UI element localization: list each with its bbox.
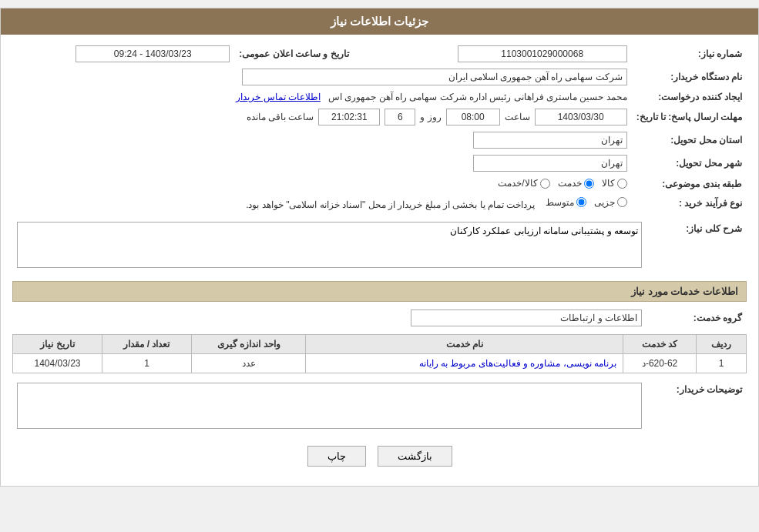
tabaqe-label: طبقه بندی موضوعی: — [632, 175, 747, 194]
tabaqe-value: کالا خدمت کالا/خدمت — [12, 175, 632, 194]
page-wrapper: جزئیات اطلاعات نیاز شماره نیاز: 11030010… — [0, 8, 759, 487]
page-header: جزئیات اطلاعات نیاز — [1, 8, 758, 35]
tabaqe-khedmat-item: خدمت — [558, 178, 594, 189]
nooe-jozi-radio[interactable] — [617, 197, 627, 207]
tarikho-saaat-label: تاریخ و ساعت اعلان عمومی: — [234, 42, 373, 65]
services-table: ردیف کد خدمت نام خدمت واحد اندازه گیری ت… — [12, 334, 747, 373]
info-grid: شماره نیاز: 1103001029000068 تاریخ و ساع… — [12, 42, 747, 212]
col-tedad: تعداد / مقدار — [102, 335, 192, 354]
header-title: جزئیات اطلاعات نیاز — [331, 15, 428, 28]
nooe-motavasset-item: متوسط — [546, 197, 586, 208]
shahr-label: شهر محل تحویل: — [632, 152, 747, 175]
nooe-farayand-value: جزیی متوسط پرداخت تمام یا بخشی از مبلغ خ… — [12, 194, 632, 213]
shomara-niaz-label: شماره نیاز: — [632, 42, 747, 65]
table-row: 1 620-62-د برنامه نویسی، مشاوره و فعالیت… — [13, 354, 747, 373]
nam-dastgah-value: شرکت سهامی راه آهن جمهوری اسلامی ایران — [12, 65, 632, 89]
tabaqe-kala-khedmat-radio[interactable] — [540, 179, 550, 189]
tabaqe-radio-group: کالا خدمت کالا/خدمت — [498, 178, 626, 189]
sharh-value-cell: (function(){ var ta = document.querySele… — [12, 219, 646, 273]
tozihat-section: توضیحات خریدار: — [12, 380, 747, 434]
nooe-farayand-note: پرداخت تمام یا بخشی از مبلغ خریدار از مح… — [246, 199, 535, 209]
ijad-konande-link[interactable]: اطلاعات تماس خریدار — [236, 92, 321, 102]
ostan-display: تهران — [473, 132, 627, 149]
col-vahed: واحد اندازه گیری — [191, 335, 306, 354]
tozihat-textarea[interactable] — [17, 383, 642, 429]
tozihat-value-cell — [12, 380, 646, 434]
col-nam: نام خدمت — [306, 335, 623, 354]
col-tarikh: تاریخ نیاز — [13, 335, 102, 354]
tarikho-saaat-display: 1403/03/23 - 09:24 — [76, 45, 230, 62]
group-value: اطلاعات و ارتباطات — [12, 306, 646, 330]
ostan-value: تهران — [12, 129, 632, 152]
nooe-farayand-radio-group: جزیی متوسط — [546, 197, 627, 208]
col-kod: کد خدمت — [623, 335, 696, 354]
print-button[interactable]: چاپ — [307, 446, 366, 467]
mohlat-row: 1403/03/30 ساعت 08:00 روز و 6 21:02:31 س… — [17, 109, 627, 125]
mohlat-ersal-label: مهلت ارسال پاسخ: تا تاریخ: — [632, 105, 747, 129]
tabaqe-kala-khedmat-item: کالا/خدمت — [498, 178, 549, 189]
tozihat-label: توضیحات خریدار: — [646, 380, 747, 434]
sharh-textarea[interactable] — [17, 222, 642, 268]
nooe-farayand-label: نوع فرآیند خرید : — [632, 194, 747, 213]
group-info: گروه خدمت: اطلاعات و ارتباطات — [12, 306, 747, 330]
mohlat-saaat-label: ساعت — [505, 112, 530, 122]
mohlat-ersal-value: 1403/03/30 ساعت 08:00 روز و 6 21:02:31 س… — [12, 105, 632, 129]
col-radif: ردیف — [697, 335, 747, 354]
nooe-jozi-label: جزیی — [594, 197, 615, 208]
back-button[interactable]: بازگشت — [378, 446, 452, 467]
mohlat-rooz-display: 6 — [385, 109, 415, 125]
nam-dastgah-display: شرکت سهامی راه آهن جمهوری اسلامی ایران — [242, 69, 627, 85]
cell-tarikh: 1404/03/23 — [13, 354, 102, 373]
nam-dastgah-label: نام دستگاه خریدار: — [632, 65, 747, 89]
ijad-konande-value: محمد حسین ماستری فراهانی رئیس اداره شرکت… — [12, 89, 632, 105]
tabaqe-kala-label: کالا — [602, 178, 615, 189]
shomara-niaz-display: 1103001029000068 — [458, 45, 627, 62]
mohlat-date-display: 1403/03/30 — [535, 109, 627, 125]
nooe-motavasset-radio[interactable] — [576, 197, 586, 207]
nooe-jozi-item: جزیی — [594, 197, 627, 208]
mohlat-baqi-display: 21:02:31 — [318, 109, 380, 125]
tabaqe-khedmat-radio[interactable] — [584, 179, 594, 189]
cell-radif: 1 — [697, 354, 747, 373]
sharh-label: شرح کلی نیاز: — [646, 219, 747, 273]
tabaqe-kala-item: کالا — [602, 178, 627, 189]
ostan-label: استان محل تحویل: — [632, 129, 747, 152]
nooe-motavasset-label: متوسط — [546, 197, 574, 208]
mohlat-baqi-label: ساعت باقی مانده — [247, 112, 314, 122]
mohlat-saaat-display: 08:00 — [446, 109, 500, 125]
tarikho-saaat-value: 1403/03/23 - 09:24 — [12, 42, 234, 65]
cell-kod: 620-62-د — [623, 354, 696, 373]
ijad-konande-text: محمد حسین ماستری فراهانی رئیس اداره شرکت… — [328, 92, 627, 102]
shahr-value: تهران — [12, 152, 632, 175]
tabaqe-kala-radio[interactable] — [617, 179, 627, 189]
shahr-display: تهران — [473, 155, 627, 172]
sharh-section: شرح کلی نیاز: (function(){ var ta = docu… — [12, 219, 747, 273]
tabaqe-khedmat-label: خدمت — [558, 178, 582, 189]
cell-nam: برنامه نویسی، مشاوره و فعالیت‌های مربوط … — [306, 354, 623, 373]
shomara-niaz-value: 1103001029000068 — [388, 42, 631, 65]
group-display: اطلاعات و ارتباطات — [411, 309, 642, 326]
content-area: شماره نیاز: 1103001029000068 تاریخ و ساع… — [1, 35, 758, 486]
cell-vahed: عدد — [191, 354, 306, 373]
tabaqe-kala-khedmat-label: کالا/خدمت — [498, 178, 537, 189]
mohlat-rooz-label: روز و — [420, 112, 441, 122]
ijad-konande-label: ایجاد کننده درخواست: — [632, 89, 747, 105]
group-label: گروه خدمت: — [646, 306, 747, 330]
bottom-buttons: بازگشت چاپ — [12, 446, 747, 467]
services-tbody: 1 620-62-د برنامه نویسی، مشاوره و فعالیت… — [13, 354, 747, 373]
cell-tedad: 1 — [102, 354, 192, 373]
services-section-header: اطلاعات خدمات مورد نیاز — [12, 281, 747, 302]
